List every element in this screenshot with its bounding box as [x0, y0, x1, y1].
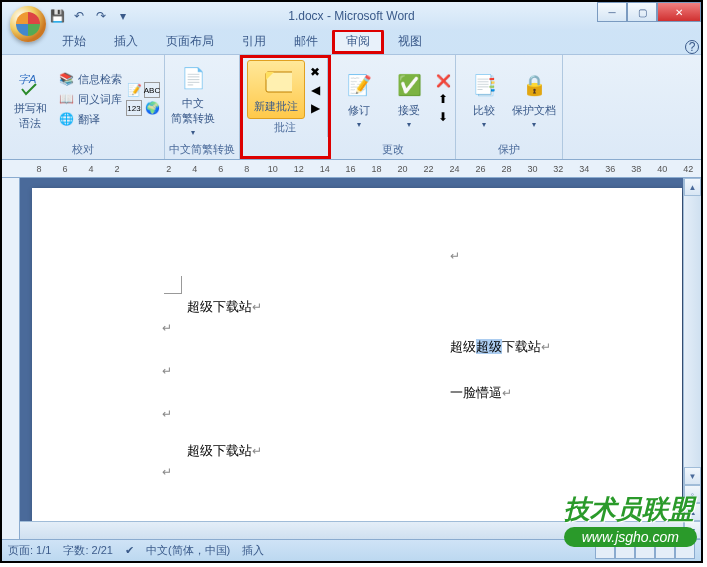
paragraph-mark: ↵: [541, 340, 551, 354]
new-comment-button[interactable]: 新建批注: [247, 60, 305, 119]
next-change-icon[interactable]: ⬇: [435, 109, 451, 125]
paragraph-mark: ↵: [450, 249, 460, 263]
watermark-text: 技术员联盟: [564, 492, 697, 527]
quick-access-toolbar: 💾 ↶ ↷ ▾: [48, 7, 132, 25]
paragraph-mark: ↵: [502, 386, 512, 400]
convert-icon: 📄: [177, 62, 209, 94]
spelling-label: 拼写和 语法: [14, 101, 47, 131]
qat-dropdown-icon[interactable]: ▾: [114, 7, 132, 25]
status-proof-icon[interactable]: ✔: [125, 544, 134, 557]
doc-text-4[interactable]: 超级下载站↵: [187, 442, 262, 460]
doc-text-1[interactable]: ↵: [162, 320, 172, 336]
spelling-grammar-button[interactable]: 字A 拼写和 语法: [6, 63, 54, 135]
status-insert-mode[interactable]: 插入: [242, 543, 264, 558]
chevron-down-icon: ▾: [532, 120, 536, 129]
undo-icon[interactable]: ↶: [70, 7, 88, 25]
group-label-changes: 更改: [335, 141, 451, 157]
paragraph-mark: ↵: [162, 321, 172, 335]
translate-button[interactable]: 🌐翻译: [56, 110, 124, 128]
cursor-position-mark: [164, 276, 182, 294]
watermark-url: www.jsgho.com: [564, 527, 697, 547]
chevron-down-icon: ▾: [407, 120, 411, 129]
group-comments: 新建批注 ✖ ◀ ▶ 批注: [243, 58, 328, 137]
extra-icon-3[interactable]: ABC: [144, 82, 160, 98]
protect-icon: 🔒: [518, 69, 550, 101]
vertical-scrollbar[interactable]: ▲ ▼ ◦ ▴ ▾: [683, 178, 701, 539]
abc-check-icon: 字A: [14, 67, 46, 99]
delete-comment-icon[interactable]: ✖: [307, 64, 323, 80]
accept-icon: ✅: [393, 69, 425, 101]
minimize-button[interactable]: ─: [597, 2, 627, 22]
paragraph-mark: ↵: [162, 364, 172, 378]
doc-text-3[interactable]: ↵: [162, 406, 172, 422]
prev-change-icon[interactable]: ⬆: [435, 91, 451, 107]
chevron-down-icon: ▾: [191, 128, 195, 137]
tab-0[interactable]: 开始: [48, 29, 100, 54]
group-chinese-convert: 📄 中文 简繁转换 ▾ 中文简繁转换: [165, 55, 240, 159]
group-label-protect: 保护: [460, 141, 558, 157]
office-button[interactable]: [10, 6, 46, 42]
ribbon-tabs: 开始插入页面布局引用邮件审阅视图?: [2, 30, 701, 54]
next-comment-icon[interactable]: ▶: [307, 100, 323, 116]
status-page[interactable]: 页面: 1/1: [8, 543, 51, 558]
doc-text-8[interactable]: 一脸懵逼↵: [450, 384, 512, 402]
doc-text-7[interactable]: 超级超级下载站↵: [450, 338, 551, 356]
tab-6[interactable]: 视图: [384, 29, 436, 54]
vertical-ruler[interactable]: [2, 178, 20, 539]
prev-comment-icon[interactable]: ◀: [307, 82, 323, 98]
research-button[interactable]: 📚信息检索: [56, 70, 124, 88]
horizontal-ruler[interactable]: 8642246810121416182022242628303234363840…: [2, 160, 701, 178]
paragraph-mark: ↵: [252, 300, 262, 314]
extra-icon-1[interactable]: 📝: [126, 82, 142, 98]
document-area: 超级下载站↵↵↵↵超级下载站↵↵↵超级超级下载站↵一脸懵逼↵ ▲ ▼ ◦ ▴ ▾: [2, 178, 701, 539]
protect-document-button[interactable]: 🔒 保护文档 ▾: [510, 65, 558, 133]
document-page[interactable]: 超级下载站↵↵↵↵超级下载站↵↵↵超级超级下载站↵一脸懵逼↵: [32, 188, 682, 539]
reject-icon[interactable]: ❌: [435, 73, 451, 89]
accept-button[interactable]: ✅ 接受 ▾: [385, 65, 433, 133]
group-changes: 📝 修订 ▾ ✅ 接受 ▾ ❌ ⬆ ⬇ 更改: [331, 55, 456, 159]
group-proofing: 字A 拼写和 语法 📚信息检索 📖同义词库 🌐翻译 📝 123 ABC 🌍 校: [2, 55, 165, 159]
redo-icon[interactable]: ↷: [92, 7, 110, 25]
tab-4[interactable]: 邮件: [280, 29, 332, 54]
paragraph-mark: ↵: [162, 465, 172, 479]
maximize-button[interactable]: ▢: [627, 2, 657, 22]
doc-text-5[interactable]: ↵: [162, 464, 172, 480]
book-search-icon: 📚: [58, 71, 74, 87]
doc-text-2[interactable]: ↵: [162, 363, 172, 379]
status-words[interactable]: 字数: 2/21: [63, 543, 113, 558]
track-icon: 📝: [343, 69, 375, 101]
highlight-box-comment: 新建批注 ✖ ◀ ▶ 批注: [240, 55, 331, 159]
compare-icon: 📑: [468, 69, 500, 101]
compare-button[interactable]: 📑 比较 ▾: [460, 65, 508, 133]
tab-3[interactable]: 引用: [228, 29, 280, 54]
chevron-down-icon: ▾: [357, 120, 361, 129]
thesaurus-button[interactable]: 📖同义词库: [56, 90, 124, 108]
ribbon: 字A 拼写和 语法 📚信息检索 📖同义词库 🌐翻译 📝 123 ABC 🌍 校: [2, 54, 701, 160]
titlebar: 💾 ↶ ↷ ▾ 1.docx - Microsoft Word ─ ▢ ✕: [2, 2, 701, 30]
svg-text:字A: 字A: [18, 73, 36, 85]
group-label-proofing: 校对: [6, 141, 160, 157]
scroll-up-button[interactable]: ▲: [684, 178, 701, 196]
group-protect: 📑 比较 ▾ 🔒 保护文档 ▾ 保护: [456, 55, 563, 159]
paragraph-mark: ↵: [252, 444, 262, 458]
window-title: 1.docx - Microsoft Word: [288, 9, 414, 23]
close-button[interactable]: ✕: [657, 2, 701, 22]
save-icon[interactable]: 💾: [48, 7, 66, 25]
watermark: 技术员联盟 www.jsgho.com: [564, 492, 697, 547]
tab-1[interactable]: 插入: [100, 29, 152, 54]
track-changes-button[interactable]: 📝 修订 ▾: [335, 65, 383, 133]
help-icon[interactable]: ?: [685, 40, 699, 54]
translate-icon: 🌐: [58, 111, 74, 127]
book-thes-icon: 📖: [58, 91, 74, 107]
word-count-icon[interactable]: 123: [126, 100, 142, 116]
tab-5[interactable]: 审阅: [332, 29, 384, 54]
set-language-icon[interactable]: 🌍: [144, 100, 160, 116]
doc-text-0[interactable]: 超级下载站↵: [187, 298, 262, 316]
doc-text-6[interactable]: ↵: [450, 248, 460, 264]
tab-2[interactable]: 页面布局: [152, 29, 228, 54]
status-language[interactable]: 中文(简体，中国): [146, 543, 230, 558]
chinese-convert-button[interactable]: 📄 中文 简繁转换 ▾: [169, 58, 217, 141]
chevron-down-icon: ▾: [482, 120, 486, 129]
scroll-down-button[interactable]: ▼: [684, 467, 701, 485]
new-comment-icon: [260, 65, 292, 97]
